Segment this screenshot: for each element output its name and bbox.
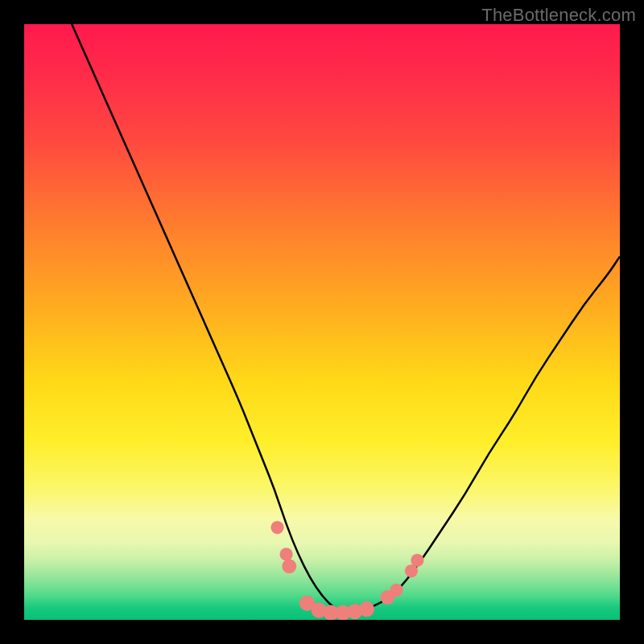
curve-markers <box>270 521 423 620</box>
curve-marker <box>280 548 293 561</box>
bottleneck-curve <box>24 24 620 620</box>
curve-marker <box>411 554 423 567</box>
curve-marker <box>359 601 374 617</box>
curve-marker <box>270 521 283 534</box>
plot-area <box>24 24 620 620</box>
curve-line <box>72 24 620 614</box>
curve-marker <box>390 584 402 597</box>
watermark-text: TheBottleneck.com <box>481 5 636 26</box>
curve-marker <box>282 559 296 574</box>
chart-frame: TheBottleneck.com <box>0 0 644 644</box>
